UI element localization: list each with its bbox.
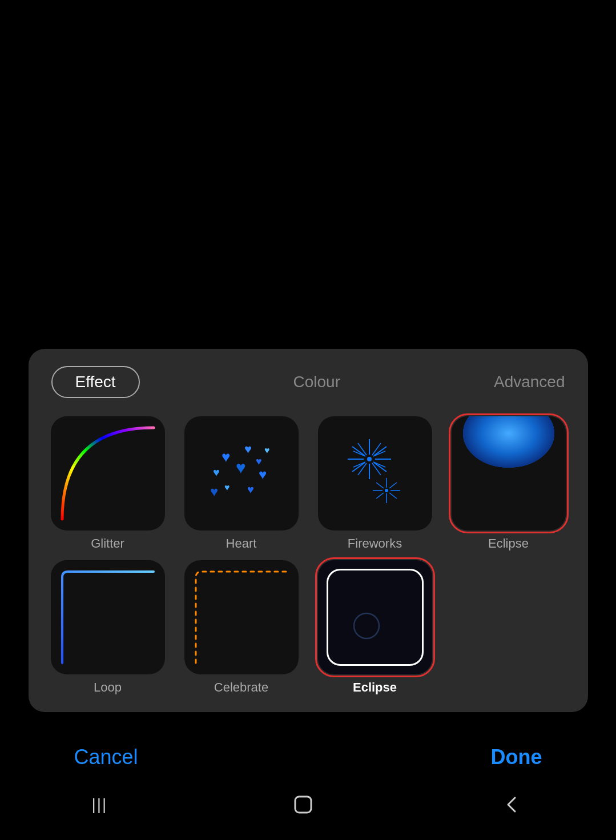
svg-line-33 (376, 493, 384, 499)
effect-item-heart[interactable]: ♥ ♥ ♥ ♥ ♥ ♥ ♥ ♥ ♥ ♥ Heart (179, 416, 304, 551)
fireworks-thumb (318, 416, 432, 530)
svg-text:♥: ♥ (236, 458, 246, 477)
done-button[interactable]: Done (491, 745, 542, 769)
svg-text:♥: ♥ (222, 448, 230, 465)
recent-apps-icon[interactable]: ||| (92, 795, 108, 814)
effects-grid: Glitter ♥ ♥ ♥ ♥ ♥ ♥ ♥ ♥ ♥ ♥ Heart (40, 416, 577, 551)
glitter-label: Glitter (91, 536, 124, 551)
home-icon[interactable] (291, 792, 316, 817)
cancel-button[interactable]: Cancel (74, 745, 138, 769)
back-icon[interactable] (499, 792, 524, 817)
svg-text:♥: ♥ (256, 456, 262, 467)
svg-rect-39 (295, 797, 311, 813)
effect-item-loop[interactable]: Loop (46, 560, 170, 695)
celebrate-thumb (184, 560, 299, 674)
loop-thumb (51, 560, 165, 674)
heart-thumb: ♥ ♥ ♥ ♥ ♥ ♥ ♥ ♥ ♥ ♥ (184, 416, 299, 530)
loop-label: Loop (94, 680, 122, 695)
nav-bar: ||| (0, 775, 616, 840)
tab-bar: Effect Colour Advanced (40, 366, 577, 398)
eclipse-inner-border (327, 569, 424, 666)
heart-label: Heart (226, 536, 257, 551)
svg-point-37 (463, 416, 554, 468)
svg-point-10 (367, 457, 372, 461)
celebrate-label: Celebrate (214, 680, 268, 695)
svg-text:♥: ♥ (264, 445, 270, 455)
effect-item-celebrate[interactable]: Celebrate (179, 560, 304, 695)
effect-item-fireworks[interactable]: Fireworks (313, 416, 437, 551)
svg-line-31 (389, 493, 397, 499)
svg-point-27 (385, 489, 388, 492)
effects-grid-row2: Loop Celebrate Eclipse (40, 560, 577, 695)
effect-item-glitter[interactable]: Glitter (46, 416, 170, 551)
eclipse-selected-label: Eclipse (353, 680, 397, 695)
fireworks-label: Fireworks (348, 536, 402, 551)
svg-text:♥: ♥ (213, 466, 220, 479)
bottom-actions: Cancel Done (29, 729, 588, 775)
effect-item-eclipse-selected[interactable]: Eclipse (313, 560, 437, 695)
effect-panel: Effect Colour Advanced (29, 349, 588, 712)
svg-line-35 (376, 483, 384, 488)
svg-line-29 (389, 483, 397, 488)
tab-effect[interactable]: Effect (51, 366, 140, 398)
tab-advanced[interactable]: Advanced (494, 373, 565, 391)
tab-colour[interactable]: Colour (293, 373, 340, 391)
eclipse-top-thumb (452, 416, 566, 530)
eclipse-top-label: Eclipse (488, 536, 529, 551)
top-black-space (0, 0, 616, 349)
svg-text:♥: ♥ (210, 484, 218, 499)
svg-point-38 (354, 613, 379, 638)
effect-item-eclipse-top[interactable]: Eclipse (446, 416, 571, 551)
eclipse-selected-thumb (318, 560, 432, 674)
glitter-thumb (51, 416, 165, 530)
svg-text:♥: ♥ (244, 442, 252, 456)
svg-text:♥: ♥ (259, 467, 267, 482)
svg-text:♥: ♥ (224, 483, 230, 492)
svg-text:♥: ♥ (247, 483, 254, 496)
empty-slot (446, 560, 571, 695)
